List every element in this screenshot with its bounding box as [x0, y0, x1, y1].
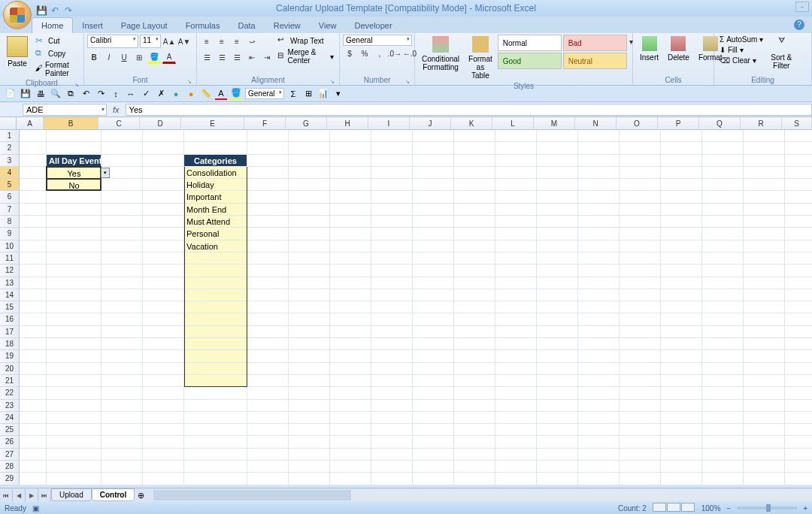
cell[interactable]: [247, 155, 289, 167]
row-header-3[interactable]: 3: [0, 155, 20, 167]
cell[interactable]: [661, 155, 702, 167]
cell[interactable]: [744, 301, 785, 313]
cell[interactable]: [20, 228, 47, 240]
cell[interactable]: [330, 412, 371, 424]
formula-input[interactable]: Yes: [126, 104, 812, 116]
spreadsheet-grid[interactable]: ABCDEFGHIJKLMNOPQRS 12345678910111213141…: [0, 117, 812, 485]
save-icon[interactable]: 💾: [36, 2, 47, 13]
cell[interactable]: [744, 363, 785, 375]
cell[interactable]: [20, 338, 47, 350]
cell[interactable]: [371, 216, 413, 228]
cell[interactable]: [413, 400, 454, 412]
cell[interactable]: [413, 449, 454, 461]
paste-button[interactable]: Paste: [3, 35, 32, 69]
row-header-28[interactable]: 28: [0, 461, 20, 473]
cell[interactable]: [371, 289, 413, 301]
row-header-16[interactable]: 16: [0, 313, 20, 325]
cell[interactable]: [495, 191, 537, 203]
cell[interactable]: [20, 191, 47, 203]
cells-area[interactable]: All Day EventCategoriesYesConsolidationN…: [20, 130, 812, 485]
cell[interactable]: [143, 400, 184, 412]
cell[interactable]: [20, 473, 47, 485]
cell[interactable]: [47, 252, 102, 265]
cell[interactable]: [537, 130, 578, 142]
cell[interactable]: [102, 277, 143, 289]
cell[interactable]: [620, 436, 661, 448]
row-header-10[interactable]: 10: [0, 240, 20, 252]
cell[interactable]: [413, 240, 454, 252]
row-header-27[interactable]: 27: [0, 449, 20, 461]
cell[interactable]: [744, 326, 785, 338]
cell[interactable]: [702, 252, 744, 265]
cell[interactable]: [537, 179, 578, 191]
cell[interactable]: [371, 191, 413, 203]
cell[interactable]: [413, 375, 454, 387]
qat-icon[interactable]: A: [215, 88, 227, 100]
cell[interactable]: [143, 216, 184, 228]
cell[interactable]: [247, 363, 289, 375]
cell[interactable]: [702, 461, 744, 473]
cell[interactable]: [413, 461, 454, 473]
cell[interactable]: [143, 130, 184, 142]
cell[interactable]: [454, 338, 495, 350]
cell[interactable]: [184, 142, 247, 154]
cell[interactable]: [289, 326, 330, 338]
cell[interactable]: [620, 424, 661, 436]
cell[interactable]: [247, 289, 289, 301]
cell[interactable]: [247, 400, 289, 412]
undo-icon[interactable]: ↶: [50, 2, 60, 13]
cell[interactable]: [330, 240, 371, 252]
cell[interactable]: [578, 204, 620, 216]
cell[interactable]: [454, 313, 495, 325]
delete-cells-button[interactable]: Delete: [664, 35, 693, 63]
cell[interactable]: [702, 277, 744, 289]
cell[interactable]: [47, 240, 102, 252]
row-header-13[interactable]: 13: [0, 277, 20, 289]
row-header-23[interactable]: 23: [0, 400, 20, 412]
cell[interactable]: [143, 436, 184, 448]
cell[interactable]: [143, 363, 184, 375]
cell[interactable]: [537, 228, 578, 240]
qat-icon[interactable]: ↔: [125, 88, 137, 100]
cell[interactable]: [289, 289, 330, 301]
cell[interactable]: [785, 179, 812, 191]
cell[interactable]: [413, 301, 454, 313]
qat-icon[interactable]: 📏: [200, 88, 212, 100]
cell[interactable]: [495, 363, 537, 375]
row-header-18[interactable]: 18: [0, 338, 20, 350]
cell[interactable]: [785, 289, 812, 301]
cell[interactable]: [102, 252, 143, 265]
sort-filter-button[interactable]: ᗊSort & Filter: [767, 35, 795, 71]
cell[interactable]: [620, 363, 661, 375]
cell[interactable]: [289, 252, 330, 265]
cell[interactable]: [578, 301, 620, 313]
row-header-5[interactable]: 5: [0, 179, 20, 191]
border-button[interactable]: ⊞: [132, 50, 146, 64]
cell[interactable]: [785, 449, 812, 461]
cell[interactable]: [537, 289, 578, 301]
cell[interactable]: [785, 436, 812, 448]
cell[interactable]: [330, 191, 371, 203]
cell[interactable]: [289, 412, 330, 424]
cell[interactable]: [785, 228, 812, 240]
cell[interactable]: [289, 400, 330, 412]
tab-data[interactable]: Data: [229, 18, 264, 33]
fill-button[interactable]: ⬇ Fill▾: [717, 45, 765, 55]
tab-review[interactable]: Review: [265, 18, 310, 33]
cell[interactable]: [413, 289, 454, 301]
row-header-22[interactable]: 22: [0, 387, 20, 399]
cell[interactable]: [454, 289, 495, 301]
cell[interactable]: [413, 338, 454, 350]
column-header-d[interactable]: D: [140, 117, 181, 129]
fill-color-button[interactable]: 🪣: [147, 50, 161, 64]
align-bottom-button[interactable]: ≡: [230, 35, 244, 48]
cell[interactable]: [702, 142, 744, 154]
cell[interactable]: [247, 265, 289, 277]
cell[interactable]: [661, 326, 702, 338]
cell[interactable]: [537, 473, 578, 485]
column-header-g[interactable]: G: [286, 117, 327, 129]
cell[interactable]: [702, 155, 744, 167]
cell[interactable]: [578, 191, 620, 203]
cell[interactable]: [102, 461, 143, 473]
cell[interactable]: [289, 142, 330, 154]
